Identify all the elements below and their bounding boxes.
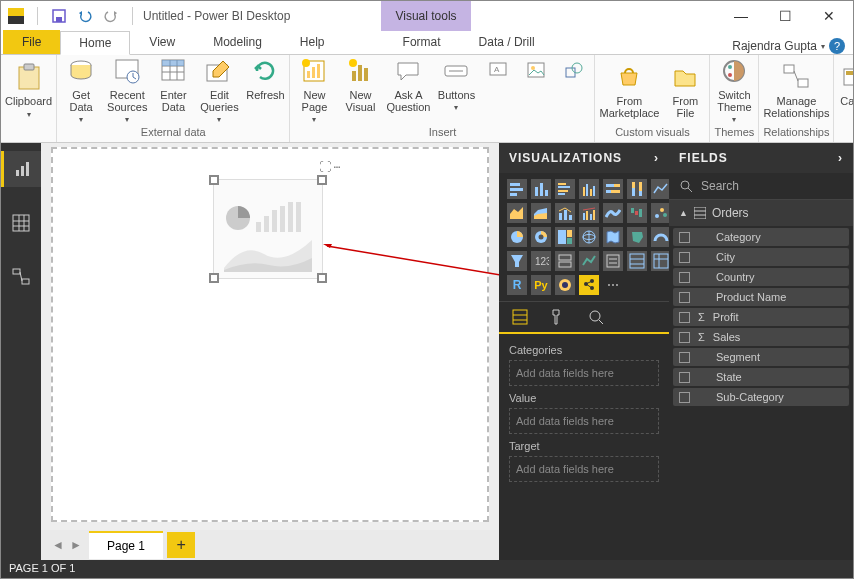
field-city[interactable]: City [673,248,849,266]
field-category[interactable]: Category [673,228,849,246]
svg-rect-89 [639,209,642,217]
viz-table[interactable] [627,251,647,271]
viz-filled-map[interactable] [603,227,623,247]
redo-icon[interactable] [102,7,120,25]
report-view-button[interactable] [1,151,41,187]
format-tab-icon[interactable] [549,308,567,326]
buttons-button[interactable]: Buttons▾ [436,55,476,112]
viz-stacked-column[interactable] [531,179,551,199]
svg-rect-85 [590,214,592,220]
svg-rect-40 [21,166,24,176]
viz-100-bar[interactable] [603,179,623,199]
fields-tab-icon[interactable] [511,308,529,326]
image-button[interactable] [520,55,552,87]
calculations-button[interactable]: Ca... [838,61,854,107]
viz-map[interactable] [579,227,599,247]
field-product-name[interactable]: Product Name [673,288,849,306]
edit-queries-button[interactable]: Edit Queries▾ [199,55,239,124]
viz-scatter[interactable] [651,203,671,223]
minimize-button[interactable]: — [731,8,751,24]
recent-sources-button[interactable]: Recent Sources▾ [107,55,147,124]
viz-stacked-bar[interactable] [507,179,527,199]
shapes-button[interactable] [558,55,590,87]
viz-custom-selected[interactable] [579,275,599,295]
viz-stacked-area[interactable] [531,203,551,223]
viz-funnel[interactable] [507,251,527,271]
visualizations-header[interactable]: VISUALIZATIONS› [499,143,669,173]
viz-shape-map[interactable] [627,227,647,247]
field-sub-category[interactable]: Sub-Category [673,388,849,406]
viz-line-clustered-column[interactable] [579,203,599,223]
field-profit[interactable]: ΣProfit [673,308,849,326]
svg-text:A: A [494,65,500,74]
data-view-button[interactable] [1,205,41,241]
switch-theme-button[interactable]: Switch Theme▾ [714,55,754,124]
viz-clustered-bar[interactable] [555,179,575,199]
svg-rect-60 [510,193,517,196]
viz-gauge[interactable] [651,227,671,247]
viz-card[interactable]: 123 [531,251,551,271]
chevron-right-icon: › [838,151,843,165]
report-canvas[interactable]: ⛶ ⋯ [51,147,489,522]
maximize-button[interactable]: ☐ [775,8,795,24]
viz-ribbon[interactable] [603,203,623,223]
ask-question-button[interactable]: Ask A Question [386,55,430,113]
page-tab-1[interactable]: Page 1 [89,531,163,559]
visual-placeholder[interactable]: ⛶ ⋯ [213,179,323,279]
viz-matrix[interactable] [651,251,671,271]
viz-python[interactable]: Py [531,275,551,295]
save-icon[interactable] [50,7,68,25]
viz-pie[interactable] [507,227,527,247]
viz-waterfall[interactable] [627,203,647,223]
new-visual-button[interactable]: New Visual [340,55,380,113]
analytics-tab-icon[interactable] [587,308,605,326]
page-next-button[interactable]: ► [67,538,85,552]
group-custom-visuals: Custom visuals [599,124,705,140]
field-segment[interactable]: Segment [673,348,849,366]
page-prev-button[interactable]: ◄ [49,538,67,552]
viz-arcgis[interactable] [555,275,575,295]
viz-line-stacked-column[interactable] [555,203,575,223]
viz-donut[interactable] [531,227,551,247]
viz-treemap[interactable] [555,227,575,247]
enter-data-button[interactable]: Enter Data [153,55,193,113]
well-categories-drop[interactable]: Add data fields here [509,360,659,386]
svg-rect-80 [559,213,562,220]
visual-options-icon[interactable]: ⛶ ⋯ [319,160,340,174]
close-button[interactable]: ✕ [819,8,839,24]
table-icon [694,207,706,219]
help-icon[interactable]: ? [829,38,845,54]
field-sales[interactable]: ΣSales [673,328,849,346]
viz-property-tabs [499,301,669,334]
field-country[interactable]: Country [673,268,849,286]
get-data-button[interactable]: Get Data▾ [61,55,101,124]
model-view-button[interactable] [1,259,41,295]
table-orders-header[interactable]: ▲ Orders [669,200,853,226]
undo-icon[interactable] [76,7,94,25]
viz-r[interactable]: R [507,275,527,295]
from-marketplace-button[interactable]: From Marketplace [599,61,659,119]
viz-slicer[interactable] [603,251,623,271]
add-page-button[interactable]: + [167,532,195,558]
new-page-button[interactable]: New Page▾ [294,55,334,124]
field-state[interactable]: State [673,368,849,386]
viz-kpi[interactable] [579,251,599,271]
tab-file[interactable]: File [3,30,60,54]
viz-multi-card[interactable] [555,251,575,271]
clipboard-button[interactable]: Clipboard▾ [5,61,52,120]
viz-line[interactable] [651,179,671,199]
viz-more-icon[interactable]: ⋯ [603,275,623,295]
viz-100-column[interactable] [627,179,647,199]
fields-header[interactable]: FIELDS› [669,143,853,173]
manage-relationships-button[interactable]: Manage Relationships [763,61,829,119]
well-value-drop[interactable]: Add data fields here [509,408,659,434]
viz-clustered-column[interactable] [579,179,599,199]
from-file-button[interactable]: From File [665,61,705,119]
well-target-drop[interactable]: Add data fields here [509,456,659,482]
textbox-button[interactable]: A [482,55,514,87]
svg-rect-97 [567,230,572,237]
refresh-button[interactable]: Refresh [245,55,285,101]
fields-search[interactable]: Search [669,173,853,200]
svg-rect-65 [558,186,570,188]
viz-area[interactable] [507,203,527,223]
